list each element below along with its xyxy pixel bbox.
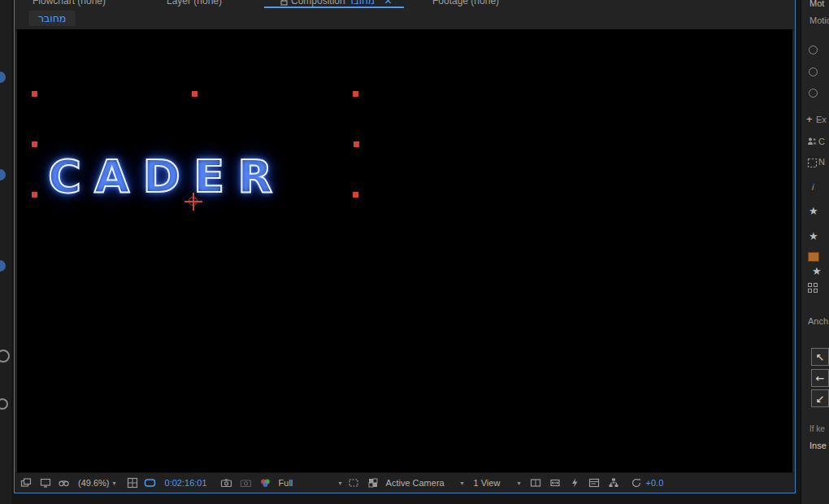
- show-snapshot-icon[interactable]: [240, 476, 253, 489]
- panel-edge-fragment-icon: [0, 398, 8, 410]
- chevron-down-icon: ▾: [113, 480, 116, 487]
- excite-button-fragment[interactable]: Ex: [816, 115, 827, 124]
- fast-previews-icon[interactable]: [568, 476, 581, 489]
- radio-circle-icon[interactable]: [809, 89, 818, 98]
- clone-button-fragment[interactable]: C: [818, 137, 825, 146]
- viewer-tabs-row: Flowchart (none) Layer (none) Compositio…: [15, 0, 795, 8]
- view-count-dropdown[interactable]: 1 View ▾: [474, 478, 521, 488]
- selection-handle[interactable]: [32, 141, 37, 147]
- resolution-value: Full: [279, 478, 293, 488]
- pixel-aspect-icon[interactable]: [549, 476, 562, 489]
- anchor-ring: [189, 197, 197, 206]
- plus-icon[interactable]: +: [806, 113, 813, 125]
- camera-view-value: Active Camera: [386, 478, 445, 488]
- radio-circle-icon[interactable]: [809, 46, 818, 54]
- neon-title-text[interactable]: CADER: [48, 150, 285, 202]
- view-count-value: 1 View: [474, 478, 501, 488]
- right-side-panel: Mot Motio + Ex C N i ★ ★ ★ Anch ↖ ← ↙ If…: [801, 0, 829, 504]
- timecode[interactable]: 0:02:16:01: [165, 478, 207, 488]
- tab-flowchart[interactable]: Flowchart (none): [33, 0, 106, 7]
- composition-panel: Flowchart (none) Layer (none) Compositio…: [14, 0, 796, 493]
- transparency-grid-icon[interactable]: [367, 476, 380, 489]
- zoom-dropdown[interactable]: (49.6%) ▾: [78, 478, 116, 488]
- comp-name-tab[interactable]: מחובר: [28, 11, 76, 26]
- preset-thumb-icon[interactable]: [808, 252, 819, 262]
- selection-handle[interactable]: [32, 91, 37, 97]
- chevron-down-icon: ▾: [518, 480, 521, 487]
- mask-visibility-icon[interactable]: [144, 476, 157, 489]
- tab-composition[interactable]: Composition מחובר ✕: [280, 0, 392, 7]
- star-icon[interactable]: ★: [809, 230, 818, 242]
- grid-thumb-cell: [814, 289, 818, 293]
- tab-close-icon[interactable]: ✕: [384, 0, 392, 7]
- viewer-toolbar: (49.6%) ▾ 0:02:16:01 Full ▾ Activ: [15, 472, 795, 493]
- right-panel-title-fragment: Mot: [809, 0, 824, 8]
- composition-viewport[interactable]: CADER: [17, 29, 792, 472]
- info-icon[interactable]: i: [812, 182, 814, 192]
- resolution-dropdown[interactable]: Full ▾: [279, 478, 342, 488]
- panel-edge-fragment-icon: [0, 72, 6, 83]
- left-panel-edge: [0, 0, 11, 504]
- tab-footage[interactable]: Footage (none): [432, 0, 499, 7]
- camera-view-dropdown[interactable]: Active Camera ▾: [386, 478, 464, 488]
- anchor-section-label: Anch: [808, 316, 828, 326]
- comp-name-row: מחובר: [15, 8, 795, 30]
- chevron-down-icon: ▾: [339, 480, 342, 487]
- monitor-icon[interactable]: [39, 476, 52, 489]
- region-of-interest-icon[interactable]: [347, 476, 360, 489]
- snapshot-camera-icon[interactable]: [220, 476, 233, 489]
- selection-handle[interactable]: [353, 192, 358, 198]
- anchor-align-nw-button[interactable]: ↖: [811, 348, 829, 366]
- frames-icon[interactable]: [20, 476, 33, 489]
- selection-handle[interactable]: [353, 91, 358, 97]
- exposure-value[interactable]: +0.0: [646, 478, 664, 488]
- view-layout-icon[interactable]: [529, 476, 542, 489]
- grid-options-icon[interactable]: [126, 476, 139, 489]
- null-box-icon[interactable]: [805, 156, 818, 169]
- tab-composition-name: מחובר: [348, 0, 375, 7]
- panel-edge-fragment-icon: [0, 350, 10, 363]
- insert-text-fragment: Inse: [809, 441, 827, 450]
- grid-thumb-cell: [808, 283, 812, 287]
- tab-composition-label: Composition: [291, 0, 345, 7]
- grid-thumb-cell: [814, 283, 818, 287]
- star-icon[interactable]: ★: [812, 265, 822, 277]
- grid-thumb-cell: [808, 289, 812, 293]
- selection-handle[interactable]: [354, 141, 359, 147]
- radio-circle-icon[interactable]: [809, 67, 818, 76]
- anchor-point[interactable]: [184, 193, 202, 211]
- selection-handle[interactable]: [192, 91, 197, 97]
- anchor-align-sw-button[interactable]: ↙: [811, 389, 829, 407]
- goggles-icon[interactable]: [57, 476, 70, 489]
- rgb-channels-icon[interactable]: [259, 476, 272, 489]
- star-icon[interactable]: ★: [809, 205, 818, 217]
- grid-thumb-icon[interactable]: [808, 283, 818, 293]
- right-panel-tab-fragment[interactable]: Motio: [809, 15, 829, 25]
- panel-edge-fragment-icon: [0, 169, 6, 180]
- clone-people-icon[interactable]: [805, 135, 818, 148]
- reset-exposure-icon[interactable]: [630, 476, 643, 489]
- tab-layer[interactable]: Layer (none): [167, 0, 222, 7]
- chevron-down-icon: ▾: [461, 480, 464, 487]
- zoom-value: (49.6%): [78, 478, 110, 488]
- if-keyframe-text-fragment: If ke: [809, 424, 825, 433]
- anchor-align-w-button[interactable]: ←: [811, 369, 829, 387]
- selection-handle[interactable]: [32, 192, 37, 198]
- panel-edge-fragment-icon: [0, 260, 6, 272]
- timeline-button-icon[interactable]: [588, 476, 601, 489]
- null-button-fragment[interactable]: N: [818, 157, 825, 167]
- flowchart-button-icon[interactable]: [607, 476, 620, 489]
- lock-icon: [280, 0, 288, 6]
